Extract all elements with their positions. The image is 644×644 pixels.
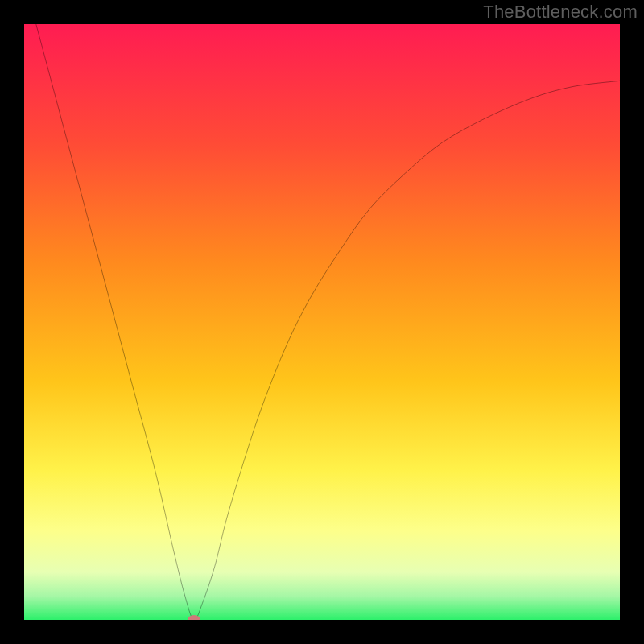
bottleneck-curve xyxy=(24,24,620,620)
plot-area xyxy=(24,24,620,620)
chart-frame: TheBottleneck.com xyxy=(0,0,644,644)
watermark-text: TheBottleneck.com xyxy=(483,2,638,23)
minimum-marker xyxy=(188,615,200,620)
curve-path xyxy=(36,24,620,620)
